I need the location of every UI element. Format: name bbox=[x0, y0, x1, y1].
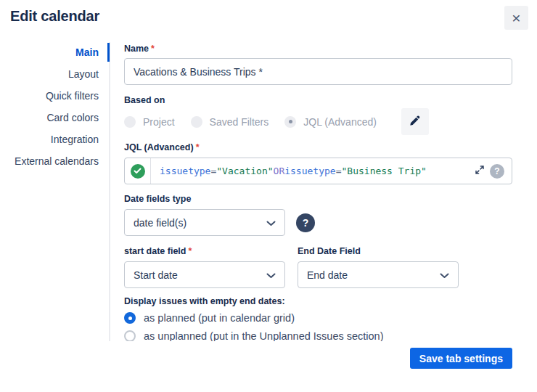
sidebar-item-quick-filters[interactable]: Quick filters bbox=[0, 86, 99, 107]
required-asterisk: * bbox=[196, 142, 200, 152]
dialog-footer: Save tab settings bbox=[0, 348, 537, 369]
based-on-label: Based on bbox=[124, 95, 512, 105]
radio-jql-advanced: JQL (Advanced) bbox=[284, 116, 377, 128]
sidebar-item-layout[interactable]: Layout bbox=[0, 64, 99, 86]
chevron-down-icon bbox=[266, 217, 276, 229]
radio-jql-advanced-circle bbox=[284, 116, 296, 128]
close-icon: × bbox=[512, 10, 520, 25]
jql-actions: ? bbox=[470, 158, 512, 184]
start-date-column: start date field* Start date bbox=[124, 246, 285, 288]
pencil-icon bbox=[409, 115, 421, 129]
end-date-field-select[interactable]: End date bbox=[298, 261, 459, 288]
sidebar-item-integration[interactable]: Integration bbox=[0, 129, 99, 151]
sidebar-item-external-calendars[interactable]: External calendars bbox=[0, 151, 99, 173]
sidebar-item-main[interactable]: Main bbox=[0, 42, 99, 64]
expand-diagonal-icon bbox=[475, 165, 485, 177]
radio-as-planned-label: as planned (put in calendar grid) bbox=[144, 312, 295, 324]
date-fields-type-help-icon[interactable]: ? bbox=[296, 213, 315, 232]
start-date-field-value: Start date bbox=[134, 269, 178, 281]
expand-jql-button[interactable] bbox=[475, 165, 485, 177]
edit-based-on-button[interactable] bbox=[401, 108, 429, 135]
end-date-field-value: End date bbox=[307, 269, 348, 281]
radio-saved-filters-circle bbox=[191, 116, 202, 128]
jql-query-input[interactable]: issuetype = "Vacation" OR issuetype = "B… bbox=[151, 158, 470, 184]
radio-project-label: Project bbox=[143, 116, 175, 128]
dialog-body: Main Layout Quick filters Card colors In… bbox=[0, 42, 537, 341]
close-button[interactable]: × bbox=[504, 6, 528, 30]
radio-as-unplanned-label: as unplanned (put in the Unplanned Issue… bbox=[144, 330, 384, 341]
jql-valid-indicator bbox=[125, 158, 151, 184]
jql-token-string: "Business Trip" bbox=[342, 166, 427, 176]
check-icon bbox=[131, 164, 145, 179]
jql-token-field: issuetype bbox=[284, 166, 335, 176]
jql-token-string: "Vacation" bbox=[216, 166, 273, 176]
name-input[interactable] bbox=[124, 58, 512, 85]
empty-end-dates-label: Display issues with empty end dates: bbox=[124, 296, 512, 306]
sidebar: Main Layout Quick filters Card colors In… bbox=[0, 42, 110, 341]
jql-help-icon[interactable]: ? bbox=[490, 164, 504, 179]
based-on-radio-group: Project Saved Filters JQL (Advanced) bbox=[124, 108, 512, 135]
page-title: Edit calendar bbox=[10, 6, 99, 25]
radio-as-unplanned[interactable]: as unplanned (put in the Unplanned Issue… bbox=[124, 329, 512, 341]
date-fields-row: start date field* Start date End Date Fi… bbox=[124, 246, 512, 288]
radio-saved-filters-label: Saved Filters bbox=[210, 116, 269, 128]
jql-token-operator: = bbox=[336, 166, 342, 176]
save-tab-settings-button[interactable]: Save tab settings bbox=[410, 348, 512, 369]
jql-token-keyword: OR bbox=[274, 166, 285, 176]
end-date-column: End Date Field End date bbox=[298, 246, 459, 288]
chevron-down-icon bbox=[266, 269, 276, 281]
date-fields-type-row: date field(s) ? bbox=[124, 209, 512, 236]
required-asterisk: * bbox=[151, 44, 155, 54]
date-fields-type-label: Date fields type bbox=[124, 194, 512, 204]
start-date-field-label: start date field* bbox=[124, 246, 285, 256]
radio-as-planned-circle bbox=[124, 312, 136, 324]
end-date-field-label: End Date Field bbox=[298, 246, 459, 256]
sidebar-item-card-colors[interactable]: Card colors bbox=[0, 107, 99, 129]
start-date-field-select[interactable]: Start date bbox=[124, 261, 285, 288]
required-asterisk: * bbox=[188, 246, 192, 256]
radio-saved-filters: Saved Filters bbox=[191, 116, 269, 128]
radio-as-unplanned-circle bbox=[124, 330, 136, 341]
dialog-header: Edit calendar × bbox=[0, 0, 537, 30]
name-label: Name* bbox=[124, 44, 512, 54]
jql-editor: issuetype = "Vacation" OR issuetype = "B… bbox=[124, 158, 512, 184]
radio-project-circle bbox=[124, 116, 136, 128]
jql-token-field: issuetype bbox=[160, 166, 210, 176]
date-fields-type-value: date field(s) bbox=[134, 217, 186, 229]
form-content: Name* Based on Project Saved Filters JQL… bbox=[110, 42, 537, 341]
date-fields-type-select[interactable]: date field(s) bbox=[124, 209, 285, 236]
radio-project: Project bbox=[124, 116, 175, 128]
radio-jql-advanced-label: JQL (Advanced) bbox=[303, 116, 377, 128]
jql-label: JQL (Advanced)* bbox=[124, 142, 512, 152]
chevron-down-icon bbox=[440, 269, 449, 281]
jql-token-operator: = bbox=[210, 166, 216, 176]
radio-as-planned[interactable]: as planned (put in calendar grid) bbox=[124, 311, 512, 325]
